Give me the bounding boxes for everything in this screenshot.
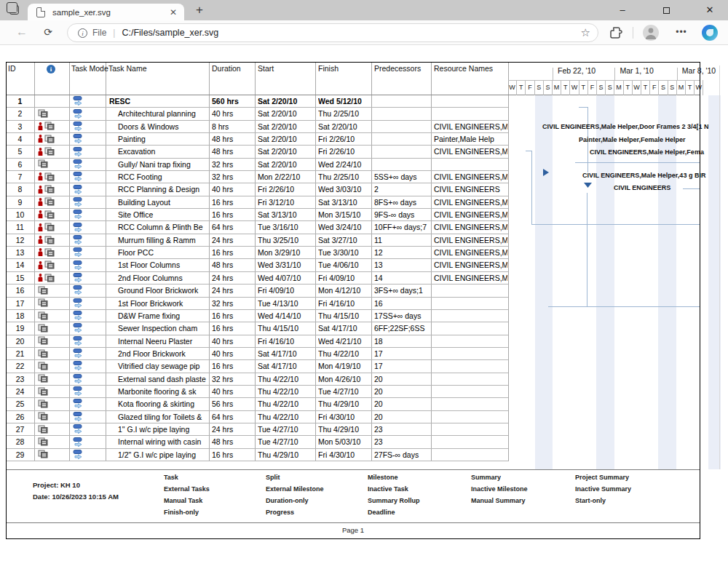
task-mode-icon: [73, 247, 83, 257]
cell-indicators: [38, 108, 68, 120]
indicators-info-icon: i: [47, 65, 55, 73]
assignment-clipboard-icon: [44, 197, 55, 206]
cell-id: 19: [6, 322, 34, 335]
table-row: 28Internal wiring with casin48 hrsTue 4/…: [6, 436, 508, 448]
favorite-star-icon[interactable]: ☆: [581, 26, 590, 39]
cell-finish: Thu 4/15/10: [318, 310, 371, 322]
assignment-clipboard-icon: [44, 135, 55, 143]
col-header-pred: Predecessors: [374, 64, 421, 73]
cell-id: 10: [6, 209, 34, 221]
maximize-button[interactable]: [649, 0, 683, 20]
cell-id: 11: [6, 221, 34, 234]
week-header-label: Mar 8, '10: [682, 66, 716, 75]
close-button[interactable]: ✕: [693, 0, 727, 20]
cell-id: 16: [6, 285, 34, 297]
cell-id: 9: [6, 196, 34, 209]
cell-task-name: Kota flooring & skirting: [109, 398, 207, 410]
legend-item: External Tasks: [164, 485, 210, 493]
cell-id: 5: [6, 146, 34, 158]
task-mode-icon: [73, 159, 83, 169]
cell-start: Thu 3/25/10: [258, 234, 314, 247]
cell-predecessors: 13: [374, 259, 430, 271]
task-mode-icon: [73, 323, 83, 333]
cell-task-mode: [73, 423, 103, 436]
cell-finish: Sat 2/20/10: [318, 121, 371, 133]
task-mode-icon: [73, 235, 83, 244]
cell-indicators: [38, 209, 68, 221]
week-separator: [614, 68, 615, 80]
table-row: 152nd Floor Columns24 hrsWed 4/07/10Fri …: [6, 272, 508, 285]
cell-predecessors: 20: [374, 411, 430, 423]
legend-item: Inactive Summary: [575, 485, 631, 493]
day-header-cell: F: [588, 80, 597, 95]
cell-duration: 56 hrs: [212, 398, 254, 410]
task-mode-icon: [73, 450, 83, 459]
table-row: 6Gully/ Nani trap fixing32 hrsSat 2/20/1…: [6, 159, 508, 171]
cell-task-mode: [73, 183, 103, 196]
cell-task-name: RESC: [109, 95, 207, 108]
cell-id: 21: [6, 348, 34, 360]
cell-task-mode: [73, 285, 103, 297]
assignment-clipboard-icon: [38, 336, 48, 345]
cell-indicators: [38, 335, 68, 348]
table-row: 3Doors & Windows8 hrsSat 2/20/10Sat 2/20…: [6, 121, 508, 133]
more-menu-button[interactable]: •••: [671, 20, 692, 45]
table-row: 7RCC Footing32 hrsMon 2/22/10Thu 2/25/10…: [6, 171, 508, 183]
extensions-icon[interactable]: [609, 25, 623, 40]
day-header-cell: T: [579, 80, 588, 95]
table-row: 9Building Layout16 hrsFri 3/12/10Sat 3/1…: [6, 196, 508, 209]
minimize-button[interactable]: –: [606, 0, 639, 20]
cell-finish: Mon 4/12/10: [318, 285, 371, 297]
cell-task-name: Marbonite flooring & sk: [109, 386, 207, 398]
cell-task-name: Site Office: [109, 209, 207, 221]
milestone-right-arrow-icon: [543, 169, 549, 176]
day-header-cell: S: [535, 80, 544, 95]
cell-id: 13: [6, 247, 34, 259]
cell-predecessors: 11: [374, 234, 430, 247]
legend-item: Inactive Task: [368, 485, 408, 493]
col-header-start: Start: [258, 64, 274, 73]
table-row: 16Ground Floor Brickwork24 hrsFri 4/09/1…: [6, 285, 508, 297]
assignment-clipboard-icon: [38, 311, 48, 320]
task-mode-icon: [73, 285, 83, 295]
cell-id: 7: [6, 171, 34, 183]
cell-predecessors: 12: [374, 247, 430, 259]
workspaces-icon[interactable]: [9, 5, 19, 15]
day-header-cell: S: [659, 80, 668, 95]
cell-predecessors: 14: [374, 272, 430, 285]
cell-start: Sat 3/13/10: [258, 209, 314, 221]
cell-resources: CIVIL ENGINEERS,M: [434, 259, 507, 271]
legend-item: Manual Task: [164, 497, 202, 504]
back-button[interactable]: ←: [12, 20, 32, 45]
day-header-cell: S: [597, 80, 606, 95]
cell-indicators: [38, 121, 68, 133]
cell-task-name: Floor PCC: [109, 247, 207, 259]
footer-bottom-divider: [6, 522, 700, 523]
cell-predecessors: 8FS+∞ days: [374, 196, 430, 209]
weekend-shading-band: [535, 95, 553, 469]
cell-task-mode: [73, 436, 103, 448]
browser-tab[interactable]: sample_xer.svg ✕: [28, 4, 184, 20]
assignment-clipboard-icon: [38, 349, 48, 358]
cell-task-mode: [73, 449, 103, 461]
cell-finish: Sat 3/27/10: [318, 234, 371, 247]
reload-button[interactable]: ⟳: [38, 20, 58, 45]
cell-duration: 16 hrs: [212, 360, 254, 373]
site-info-icon[interactable]: i: [78, 28, 87, 38]
new-tab-button[interactable]: +: [191, 2, 207, 18]
assignment-clipboard-icon: [38, 425, 48, 434]
copilot-icon[interactable]: [702, 25, 718, 41]
profile-avatar[interactable]: [643, 25, 659, 41]
task-mode-icon: [73, 223, 83, 232]
tab-close-icon[interactable]: ✕: [168, 7, 178, 17]
address-bar[interactable]: i File | C:/Files/sample_xer.svg ☆: [67, 23, 598, 42]
url-scheme-label: File: [92, 28, 106, 38]
task-mode-icon: [73, 311, 83, 320]
gantt-resource-label: CIVIL ENGINEERS,Male Helper,43 g BIR: [582, 172, 705, 179]
url-text[interactable]: C:/Files/sample_xer.svg: [122, 28, 574, 38]
cell-task-name: 1" G.I w/c pipe laying: [109, 423, 207, 436]
table-row: 26Glazed tiling for Toilets &64 hrsThu 4…: [6, 411, 508, 423]
cell-resources: Painter,Male Help: [434, 133, 507, 146]
day-header-cell: F: [526, 80, 534, 95]
gantt-resource-label: CIVIL ENGINEERS,Male Helper,Door Frames …: [542, 123, 708, 130]
